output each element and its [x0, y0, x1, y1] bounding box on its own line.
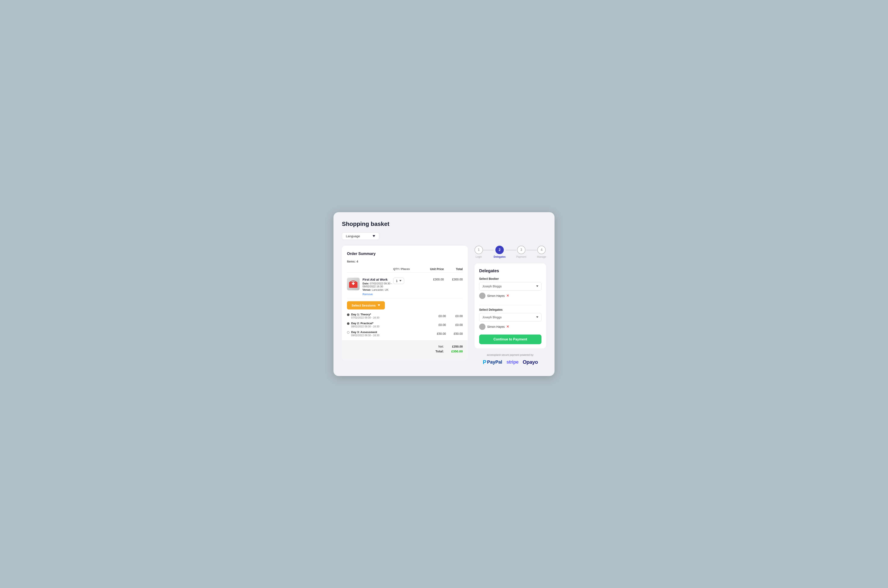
session-price: £50.00 [425, 332, 446, 335]
step-circle-1: 1 [474, 246, 483, 254]
step-connector [526, 250, 537, 250]
booker-dropdown[interactable]: Joseph Bloggs [479, 282, 542, 291]
paypal-logo: P PayPal [483, 359, 502, 366]
step-manage: 4 Manage [537, 246, 546, 258]
session-item: Day 2: Practical* 08/02/2022 09:30 - 16:… [347, 320, 463, 329]
total-row: Total: £350.00 [347, 350, 463, 353]
booker-name: Simon Hayes [487, 294, 505, 297]
col-unit-price: Unit Price [421, 267, 444, 271]
chevron-down-icon [378, 304, 380, 306]
delegate-placeholder: Joseph Bloggs [482, 316, 502, 319]
remove-link[interactable]: Remove [363, 292, 373, 296]
opayo-logo: Opayo [523, 359, 538, 365]
session-name: Day 1: Theory* [351, 313, 380, 316]
main-layout: Order Summary Items: 4 QTY / Places Unit… [342, 246, 546, 366]
step-label-3: Payment [516, 255, 526, 258]
session-date: 09/02/2022 09:30 - 16:30 [351, 334, 380, 337]
session-item: Day 3: Assessment 09/02/2022 09:30 - 16:… [347, 329, 463, 338]
remove-booker-button[interactable]: ✕ [506, 294, 509, 298]
payment-logos: P PayPal stripe Opayo [474, 359, 546, 366]
product-name: First Aid at Work [363, 278, 393, 281]
order-panel: Order Summary Items: 4 QTY / Places Unit… [342, 246, 468, 360]
dot-filled-icon [347, 314, 350, 316]
language-label: Language [346, 234, 360, 238]
delegates-card: Delegates Select Booker Joseph Bloggs Si… [474, 263, 546, 348]
delegate-label: Select Delegates [479, 308, 542, 311]
main-window: Shopping basket Language Order Summary I… [333, 212, 555, 376]
session-name: Day 2: Practical* [351, 322, 380, 325]
step-circle-3: 3 [517, 246, 525, 254]
product-details: First Aid at Work Date: 07/02/2022 09:30… [363, 278, 393, 296]
total-value: £350.00 [446, 350, 463, 353]
product-info: First Aid at Work Date: 07/02/2022 09:30… [347, 278, 393, 296]
net-row: Net: £350.00 [347, 345, 463, 348]
step-label-4: Manage [537, 255, 546, 258]
paypal-p-icon: P [483, 359, 486, 366]
delegate-tag: Simon Hayes ✕ [479, 324, 509, 330]
product-row: First Aid at Work Date: 07/02/2022 09:30… [347, 276, 463, 298]
select-sessions-button[interactable]: Select Sessions [347, 301, 385, 309]
delegate-dropdown[interactable]: Joseph Bloggs [479, 313, 542, 321]
page-title: Shopping basket [342, 220, 546, 227]
avatar [479, 324, 486, 330]
chevron-down-icon [536, 285, 538, 287]
dot-filled-icon [347, 322, 350, 325]
qty-cell: 1 [393, 278, 421, 284]
remove-delegate-button[interactable]: ✕ [506, 325, 509, 328]
col-total: Total [444, 267, 463, 271]
col-product [347, 267, 393, 271]
product-venue: Venue: Lancaster, UK [363, 288, 393, 291]
delegates-title: Delegates [479, 268, 542, 273]
col-qty: QTY / Places [393, 267, 421, 271]
items-count: Items: 4 [347, 260, 463, 263]
net-label: Net: [438, 345, 444, 348]
step-connector [483, 250, 494, 250]
total-label: Total: [435, 350, 444, 353]
step-circle-2: 2 [495, 246, 504, 254]
stripe-logo: stripe [507, 359, 519, 365]
delegate-name: Simon Hayes [487, 325, 505, 328]
session-date: 07/02/2022 09:30 - 16:30 [351, 316, 380, 319]
avatar [479, 292, 486, 299]
step-circle-4: 4 [537, 246, 546, 254]
booker-placeholder: Joseph Bloggs [482, 285, 502, 288]
continue-to-payment-button[interactable]: Continue to Payment [479, 334, 542, 344]
right-panel: 1 Login 2 Delegates 3 Payment 4 Manage [474, 246, 546, 366]
session-label: Day 3: Assessment 09/02/2022 09:30 - 16:… [347, 330, 425, 337]
total-cell: £300.00 [444, 278, 463, 281]
chevron-down-icon [399, 280, 402, 282]
chevron-down-icon [536, 316, 538, 318]
payment-section: accessplanit secure payment powered by: … [474, 354, 546, 366]
booker-tag: Simon Hayes ✕ [479, 292, 509, 299]
stepper: 1 Login 2 Delegates 3 Payment 4 Manage [474, 246, 546, 258]
session-name: Day 3: Assessment [351, 330, 380, 334]
session-total: £0.00 [446, 323, 463, 327]
language-dropdown[interactable]: Language [342, 232, 379, 240]
session-price: £0.00 [425, 314, 446, 318]
payment-note: accessplanit secure payment powered by: [474, 354, 546, 356]
session-label: Day 2: Practical* 08/02/2022 09:30 - 16:… [347, 322, 425, 328]
product-image [347, 278, 360, 290]
step-label-1: Login [476, 255, 482, 258]
product-date: Date: 07/02/2022 09:30 - 09/02/2022 16:3… [363, 282, 393, 288]
session-label: Day 1: Theory* 07/02/2022 09:30 - 16:30 [347, 313, 425, 319]
svg-rect-2 [352, 282, 354, 285]
session-date: 08/02/2022 09:30 - 16:30 [351, 325, 380, 328]
step-delegates: 2 Delegates [494, 246, 506, 258]
booker-label: Select Booker [479, 277, 542, 280]
chevron-down-icon [373, 235, 375, 237]
sessions-list: Day 1: Theory* 07/02/2022 09:30 - 16:30 … [347, 312, 463, 338]
net-value: £350.00 [446, 345, 463, 348]
session-price: £0.00 [425, 323, 446, 327]
step-login: 1 Login [474, 246, 483, 258]
order-summary-title: Order Summary [347, 252, 463, 256]
session-total: £50.00 [446, 332, 463, 335]
step-label-2: Delegates [494, 255, 506, 258]
totals-section: Net: £350.00 Total: £350.00 [342, 340, 468, 360]
unit-price-cell: £300.00 [421, 278, 444, 281]
step-connector [506, 250, 516, 250]
paypal-text: PayPal [487, 359, 502, 365]
session-total: £0.00 [446, 314, 463, 318]
dot-empty-icon [347, 331, 350, 334]
qty-dropdown[interactable]: 1 [393, 278, 404, 284]
